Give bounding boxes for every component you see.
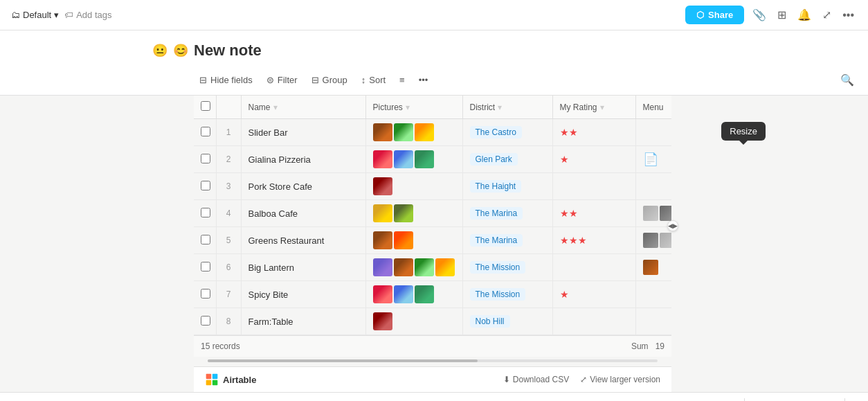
horizontal-scrollbar[interactable] (208, 359, 658, 362)
thumbnail (415, 123, 434, 141)
group-label: Group (323, 75, 347, 85)
row-menu-cell (635, 119, 671, 146)
thumbnail (373, 231, 392, 249)
grid-view-button[interactable]: ⊞ (775, 6, 789, 24)
star-icon: ★ (569, 208, 578, 219)
star-icon: ★ (578, 235, 587, 246)
row-pictures-cell (365, 227, 462, 254)
row-rating-cell (552, 308, 635, 335)
note-emoji-2[interactable]: 😊 (173, 43, 188, 58)
row-checkbox[interactable] (201, 289, 210, 298)
row-rating-cell (552, 173, 635, 200)
row-menu-cell: 📄 (635, 146, 671, 173)
select-all-checkbox[interactable] (201, 101, 210, 111)
row-checkbox-cell[interactable] (194, 227, 216, 254)
table-row[interactable]: 2Gialina PizzeriaGlen Park★📄 (194, 146, 671, 173)
pictures-col-sort-icon: ▾ (406, 103, 410, 112)
th-rating[interactable]: My Rating ▾ (552, 96, 635, 119)
row-checkbox-cell[interactable] (194, 308, 216, 335)
rating-stars: ★ (560, 289, 569, 300)
row-checkbox-cell[interactable] (194, 173, 216, 200)
note-area: 😐 😊 New note (0, 30, 868, 65)
star-icon: ★ (560, 289, 569, 300)
row-checkbox[interactable] (201, 181, 210, 190)
table-row[interactable]: 6Big LanternThe Mission (194, 254, 671, 281)
row-number: 5 (216, 227, 241, 254)
row-checkbox[interactable] (201, 235, 210, 244)
airtable-bar: Airtable ⬇ Download CSV ⤢ View larger ve… (194, 366, 671, 392)
row-pictures-cell (365, 146, 462, 173)
scroll-handle-icon: ◀▶ (668, 222, 678, 229)
th-checkbox[interactable] (194, 96, 216, 119)
search-button[interactable]: 🔍 (838, 71, 857, 89)
row-pictures-cell (365, 254, 462, 281)
row-checkbox[interactable] (201, 127, 210, 136)
hide-fields-button[interactable]: ⊟ Hide fields (194, 72, 258, 88)
view-larger-button[interactable]: ⤢ View larger version (580, 375, 660, 384)
expand-button[interactable]: ⤢ (820, 6, 834, 24)
row-pictures-cell (365, 281, 462, 308)
table-row[interactable]: 5Greens RestaurantThe Marina★★★ (194, 227, 671, 254)
table-row[interactable]: 4Balboa CafeThe Marina★★ (194, 200, 671, 227)
table-row[interactable]: 1Slider BarThe Castro★★ (194, 119, 671, 146)
row-checkbox[interactable] (201, 262, 210, 271)
row-checkbox[interactable] (201, 316, 210, 326)
row-rating-cell: ★★ (552, 200, 635, 227)
th-menu[interactable]: Menu (635, 96, 671, 119)
group-button[interactable]: ⊟ Group (306, 72, 353, 88)
resize-tooltip: Resize (721, 122, 766, 141)
content-wrapper: 😐 😊 New note ⊟ Hide fields ⊜ Filter ⊟ Gr… (0, 30, 868, 401)
row-checkbox-cell[interactable] (194, 200, 216, 227)
th-district[interactable]: District ▾ (462, 96, 552, 119)
folder-selector[interactable]: 🗂 Default ▾ (11, 10, 59, 20)
table-scroll-area[interactable]: Name ▾ Pictures ▾ Distri (194, 96, 671, 335)
scroll-handle-right[interactable]: ◀▶ (667, 220, 678, 231)
airtable-actions: ⬇ Download CSV ⤢ View larger version (503, 375, 660, 384)
th-pictures[interactable]: Pictures ▾ (365, 96, 462, 119)
data-table: Name ▾ Pictures ▾ Distri (194, 96, 671, 335)
more-options-button[interactable]: ••• (840, 6, 857, 24)
star-icon: ★ (569, 235, 578, 246)
add-tags-button[interactable]: 🏷 Add tags (64, 10, 111, 20)
notification-button[interactable]: 🔔 (795, 6, 814, 24)
share-button[interactable]: ⬡ Share (685, 6, 744, 24)
menu-doc-icon: 📄 (643, 152, 658, 166)
district-badge: The Castro (470, 126, 522, 139)
filter-label: Filter (278, 75, 298, 85)
thumbnail (394, 204, 413, 222)
records-count: 15 records (201, 341, 240, 351)
star-icon: ★ (560, 208, 569, 219)
row-checkbox-cell[interactable] (194, 254, 216, 281)
note-emoji-1[interactable]: 😐 (152, 43, 168, 58)
pictures-col-label: Pictures (373, 103, 403, 112)
row-checkbox[interactable] (201, 154, 210, 163)
row-district-cell: Glen Park (462, 146, 552, 173)
table-row[interactable]: 8Farm:TableNob Hill (194, 308, 671, 335)
row-checkbox-cell[interactable] (194, 146, 216, 173)
table-row[interactable]: 7Spicy BiteThe Mission★ (194, 281, 671, 308)
table-row[interactable]: 3Pork Store CafeThe Haight (194, 173, 671, 200)
row-checkbox[interactable] (201, 208, 210, 217)
row-checkbox-cell[interactable] (194, 281, 216, 308)
sort-button[interactable]: ↕ Sort (356, 72, 391, 88)
filter-button[interactable]: ⊜ Filter (261, 72, 303, 88)
more-toolbar-icon: ••• (419, 75, 428, 85)
row-name-cell: Slider Bar (241, 119, 365, 146)
attachment-button[interactable]: 📎 (750, 6, 769, 24)
row-checkbox-cell[interactable] (194, 119, 216, 146)
row-height-icon: ≡ (399, 75, 405, 85)
district-badge: The Mission (470, 288, 526, 301)
scrollbar-thumb[interactable] (208, 359, 478, 362)
thumbnail (373, 123, 392, 141)
more-toolbar-button[interactable]: ••• (413, 72, 434, 88)
download-csv-button[interactable]: ⬇ Download CSV (503, 375, 569, 384)
menu-thumb (643, 233, 658, 248)
row-name-cell: Pork Store Cafe (241, 173, 365, 200)
row-name-cell: Spicy Bite (241, 281, 365, 308)
top-bar-left: 🗂 Default ▾ 🏷 Add tags (11, 10, 112, 20)
district-badge: Glen Park (470, 153, 518, 166)
row-name-cell: Gialina Pizzeria (241, 146, 365, 173)
th-name[interactable]: Name ▾ (241, 96, 365, 119)
row-height-button[interactable]: ≡ (394, 72, 410, 88)
download-icon: ⬇ (503, 375, 510, 384)
